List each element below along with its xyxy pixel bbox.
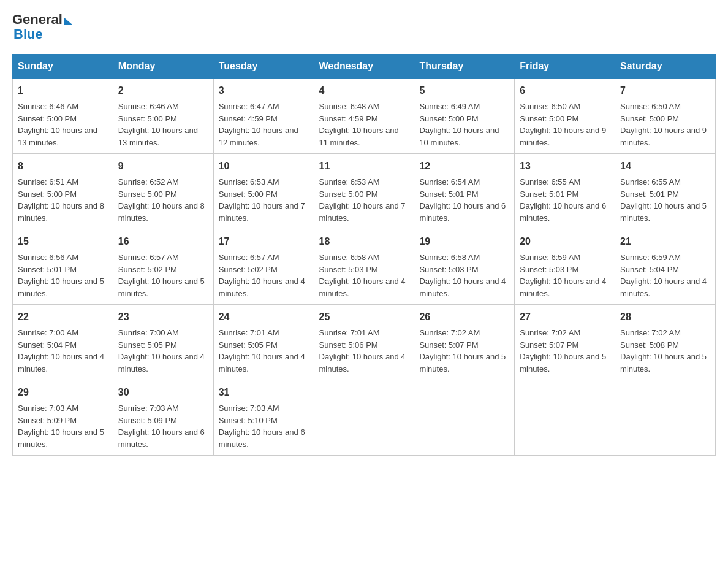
- logo-blue-text: Blue: [13, 27, 73, 42]
- calendar-day-cell: 11Sunrise: 6:53 AMSunset: 5:00 PMDayligh…: [314, 154, 414, 229]
- col-header-friday: Friday: [515, 55, 615, 79]
- logo-general-text: General: [12, 12, 63, 27]
- day-number: 30: [118, 385, 208, 400]
- calendar-week-row: 29Sunrise: 7:03 AMSunset: 5:09 PMDayligh…: [13, 380, 716, 456]
- day-number: 5: [419, 83, 509, 98]
- day-number: 20: [520, 234, 610, 249]
- calendar-day-cell: 24Sunrise: 7:01 AMSunset: 5:05 PMDayligh…: [213, 305, 314, 380]
- calendar-day-cell: 19Sunrise: 6:58 AMSunset: 5:03 PMDayligh…: [414, 229, 515, 305]
- calendar-day-cell: 5Sunrise: 6:49 AMSunset: 5:00 PMDaylight…: [414, 79, 515, 154]
- calendar-day-cell: 31Sunrise: 7:03 AMSunset: 5:10 PMDayligh…: [213, 380, 314, 456]
- day-sunrise: Sunrise: 6:58 AMSunset: 5:03 PMDaylight:…: [319, 253, 406, 298]
- calendar-day-cell: [615, 380, 716, 456]
- day-sunrise: Sunrise: 6:59 AMSunset: 5:04 PMDaylight:…: [620, 253, 707, 298]
- calendar-day-cell: 21Sunrise: 6:59 AMSunset: 5:04 PMDayligh…: [615, 229, 716, 305]
- page-header: General Blue: [12, 12, 716, 42]
- day-number: 6: [520, 83, 610, 98]
- day-sunrise: Sunrise: 6:53 AMSunset: 5:00 PMDaylight:…: [319, 177, 406, 223]
- calendar-day-cell: 3Sunrise: 6:47 AMSunset: 4:59 PMDaylight…: [213, 79, 314, 154]
- calendar-header-row: SundayMondayTuesdayWednesdayThursdayFrid…: [13, 55, 716, 79]
- day-sunrise: Sunrise: 6:46 AMSunset: 5:00 PMDaylight:…: [118, 102, 198, 147]
- day-number: 14: [620, 159, 710, 174]
- day-sunrise: Sunrise: 7:02 AMSunset: 5:08 PMDaylight:…: [620, 328, 707, 373]
- calendar-day-cell: [515, 380, 615, 456]
- calendar-day-cell: 22Sunrise: 7:00 AMSunset: 5:04 PMDayligh…: [13, 305, 113, 380]
- day-sunrise: Sunrise: 6:54 AMSunset: 5:01 PMDaylight:…: [419, 177, 506, 223]
- calendar-day-cell: 25Sunrise: 7:01 AMSunset: 5:06 PMDayligh…: [314, 305, 414, 380]
- day-sunrise: Sunrise: 6:46 AMSunset: 5:00 PMDaylight:…: [18, 102, 97, 147]
- calendar-day-cell: 7Sunrise: 6:50 AMSunset: 5:00 PMDaylight…: [615, 79, 716, 154]
- calendar-day-cell: 16Sunrise: 6:57 AMSunset: 5:02 PMDayligh…: [113, 229, 213, 305]
- calendar-day-cell: [314, 380, 414, 456]
- day-number: 1: [18, 83, 108, 98]
- calendar-day-cell: 8Sunrise: 6:51 AMSunset: 5:00 PMDaylight…: [13, 154, 113, 229]
- day-number: 16: [118, 234, 208, 249]
- day-number: 28: [620, 310, 710, 324]
- day-number: 15: [18, 234, 108, 249]
- calendar-day-cell: 2Sunrise: 6:46 AMSunset: 5:00 PMDaylight…: [113, 79, 213, 154]
- day-number: 4: [319, 83, 409, 98]
- day-number: 9: [118, 159, 208, 174]
- calendar-day-cell: 26Sunrise: 7:02 AMSunset: 5:07 PMDayligh…: [414, 305, 515, 380]
- calendar-day-cell: 17Sunrise: 6:57 AMSunset: 5:02 PMDayligh…: [213, 229, 314, 305]
- day-number: 21: [620, 234, 710, 249]
- day-number: 12: [419, 159, 509, 174]
- col-header-monday: Monday: [113, 55, 213, 79]
- calendar-table: SundayMondayTuesdayWednesdayThursdayFrid…: [12, 54, 716, 456]
- calendar-day-cell: 6Sunrise: 6:50 AMSunset: 5:00 PMDaylight…: [515, 79, 615, 154]
- day-number: 29: [18, 385, 108, 400]
- day-sunrise: Sunrise: 7:01 AMSunset: 5:05 PMDaylight:…: [219, 328, 305, 373]
- calendar-day-cell: 1Sunrise: 6:46 AMSunset: 5:00 PMDaylight…: [13, 79, 113, 154]
- day-number: 18: [319, 234, 409, 249]
- logo: General Blue: [12, 12, 73, 42]
- day-number: 2: [118, 83, 208, 98]
- calendar-week-row: 15Sunrise: 6:56 AMSunset: 5:01 PMDayligh…: [13, 229, 716, 305]
- day-number: 11: [319, 159, 409, 174]
- day-number: 8: [18, 159, 108, 174]
- calendar-week-row: 22Sunrise: 7:00 AMSunset: 5:04 PMDayligh…: [13, 305, 716, 380]
- day-sunrise: Sunrise: 6:48 AMSunset: 4:59 PMDaylight:…: [319, 102, 399, 147]
- day-sunrise: Sunrise: 6:55 AMSunset: 5:01 PMDaylight:…: [520, 177, 606, 223]
- day-sunrise: Sunrise: 7:01 AMSunset: 5:06 PMDaylight:…: [319, 328, 406, 373]
- calendar-day-cell: 29Sunrise: 7:03 AMSunset: 5:09 PMDayligh…: [13, 380, 113, 456]
- calendar-day-cell: 12Sunrise: 6:54 AMSunset: 5:01 PMDayligh…: [414, 154, 515, 229]
- day-sunrise: Sunrise: 6:52 AMSunset: 5:00 PMDaylight:…: [118, 177, 205, 223]
- calendar-day-cell: 4Sunrise: 6:48 AMSunset: 4:59 PMDaylight…: [314, 79, 414, 154]
- day-sunrise: Sunrise: 7:00 AMSunset: 5:05 PMDaylight:…: [118, 328, 205, 373]
- col-header-sunday: Sunday: [13, 55, 113, 79]
- day-sunrise: Sunrise: 7:00 AMSunset: 5:04 PMDaylight:…: [18, 328, 104, 373]
- day-number: 10: [219, 159, 309, 174]
- calendar-day-cell: 15Sunrise: 6:56 AMSunset: 5:01 PMDayligh…: [13, 229, 113, 305]
- col-header-tuesday: Tuesday: [213, 55, 314, 79]
- day-sunrise: Sunrise: 6:57 AMSunset: 5:02 PMDaylight:…: [118, 253, 205, 298]
- calendar-day-cell: 28Sunrise: 7:02 AMSunset: 5:08 PMDayligh…: [615, 305, 716, 380]
- col-header-thursday: Thursday: [414, 55, 515, 79]
- day-sunrise: Sunrise: 6:59 AMSunset: 5:03 PMDaylight:…: [520, 253, 606, 298]
- day-sunrise: Sunrise: 6:57 AMSunset: 5:02 PMDaylight:…: [219, 253, 305, 298]
- day-sunrise: Sunrise: 7:02 AMSunset: 5:07 PMDaylight:…: [520, 328, 606, 373]
- day-number: 19: [419, 234, 509, 249]
- day-number: 27: [520, 310, 610, 324]
- day-number: 25: [319, 310, 409, 324]
- day-number: 26: [419, 310, 509, 324]
- day-sunrise: Sunrise: 6:50 AMSunset: 5:00 PMDaylight:…: [520, 102, 606, 147]
- calendar-day-cell: 30Sunrise: 7:03 AMSunset: 5:09 PMDayligh…: [113, 380, 213, 456]
- day-sunrise: Sunrise: 7:02 AMSunset: 5:07 PMDaylight:…: [419, 328, 506, 373]
- calendar-week-row: 1Sunrise: 6:46 AMSunset: 5:00 PMDaylight…: [13, 79, 716, 154]
- calendar-day-cell: [414, 380, 515, 456]
- col-header-wednesday: Wednesday: [314, 55, 414, 79]
- day-number: 23: [118, 310, 208, 324]
- day-number: 7: [620, 83, 710, 98]
- calendar-day-cell: 18Sunrise: 6:58 AMSunset: 5:03 PMDayligh…: [314, 229, 414, 305]
- calendar-day-cell: 9Sunrise: 6:52 AMSunset: 5:00 PMDaylight…: [113, 154, 213, 229]
- day-sunrise: Sunrise: 6:55 AMSunset: 5:01 PMDaylight:…: [620, 177, 707, 223]
- calendar-day-cell: 23Sunrise: 7:00 AMSunset: 5:05 PMDayligh…: [113, 305, 213, 380]
- calendar-week-row: 8Sunrise: 6:51 AMSunset: 5:00 PMDaylight…: [13, 154, 716, 229]
- day-sunrise: Sunrise: 7:03 AMSunset: 5:09 PMDaylight:…: [118, 404, 205, 449]
- calendar-day-cell: 20Sunrise: 6:59 AMSunset: 5:03 PMDayligh…: [515, 229, 615, 305]
- day-number: 17: [219, 234, 309, 249]
- day-number: 22: [18, 310, 108, 324]
- day-number: 3: [219, 83, 309, 98]
- day-number: 31: [219, 385, 309, 400]
- col-header-saturday: Saturday: [615, 55, 716, 79]
